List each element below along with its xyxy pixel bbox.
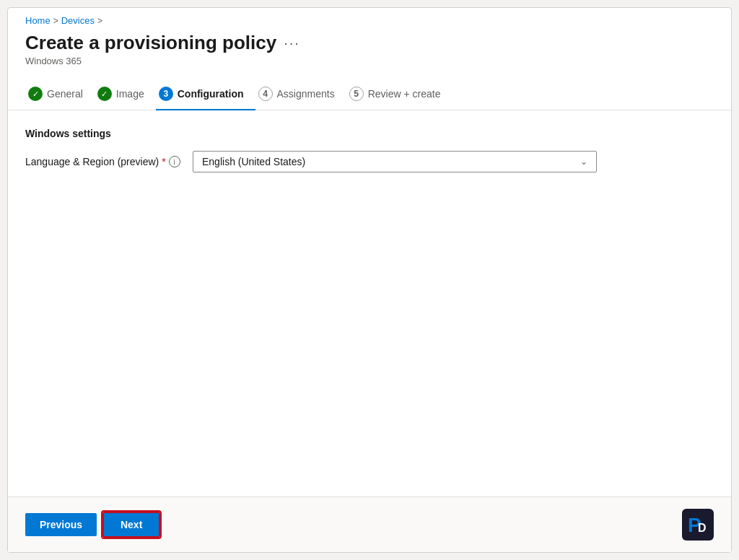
breadcrumb-sep2: >	[97, 16, 102, 26]
title-row: Create a provisioning policy ···	[8, 29, 731, 54]
tab-assignments-badge: 4	[258, 87, 273, 101]
breadcrumb-sep1: >	[53, 16, 58, 26]
tab-image-label: Image	[116, 88, 144, 100]
footer: Previous Next P D	[8, 496, 731, 552]
packt-logo-icon: P D	[682, 509, 714, 541]
tab-configuration-badge: 3	[159, 87, 173, 101]
tab-image[interactable]: ✓ Image	[95, 81, 156, 110]
tab-review-create[interactable]: 5 Review + create	[346, 81, 452, 110]
chevron-down-icon: ⌄	[580, 157, 587, 167]
page-container: Home > Devices > Create a provisioning p…	[7, 7, 732, 553]
tab-review-create-badge: 5	[349, 87, 364, 101]
language-region-info-icon[interactable]: i	[169, 156, 180, 167]
content-area: Windows settings Language & Region (prev…	[8, 110, 731, 496]
language-region-label-text: Language & Region (preview)	[25, 156, 159, 167]
previous-button[interactable]: Previous	[25, 513, 97, 536]
tab-configuration-label: Configuration	[178, 88, 244, 100]
required-indicator: *	[162, 156, 165, 167]
breadcrumb: Home > Devices >	[8, 8, 731, 29]
tab-general-check-icon: ✓	[28, 87, 43, 101]
next-button[interactable]: Next	[102, 512, 160, 538]
language-region-field-row: Language & Region (preview) * i English …	[25, 151, 714, 172]
breadcrumb-home[interactable]: Home	[25, 15, 51, 26]
windows-settings-section: Windows settings Language & Region (prev…	[25, 128, 714, 172]
page-title: Create a provisioning policy	[25, 32, 276, 54]
more-options-icon[interactable]: ···	[284, 35, 300, 51]
svg-text:D: D	[698, 522, 707, 534]
windows-settings-title: Windows settings	[25, 128, 714, 139]
tab-assignments[interactable]: 4 Assignments	[255, 81, 346, 110]
tab-image-check-icon: ✓	[97, 87, 112, 101]
language-region-dropdown[interactable]: English (United States) ⌄	[193, 151, 597, 172]
tab-assignments-label: Assignments	[277, 88, 335, 100]
tabs-container: ✓ General ✓ Image 3 Configuration 4 Assi…	[8, 66, 731, 110]
tab-review-create-label: Review + create	[368, 88, 441, 100]
language-region-dropdown-value: English (United States)	[202, 156, 305, 167]
tab-general[interactable]: ✓ General	[25, 81, 95, 110]
page-subtitle: Windows 365	[8, 54, 731, 66]
language-region-label: Language & Region (preview) * i	[25, 156, 184, 167]
tab-configuration[interactable]: 3 Configuration	[156, 81, 255, 110]
tab-general-label: General	[47, 88, 83, 100]
logo-area: P D	[682, 509, 714, 541]
breadcrumb-devices[interactable]: Devices	[61, 15, 95, 26]
